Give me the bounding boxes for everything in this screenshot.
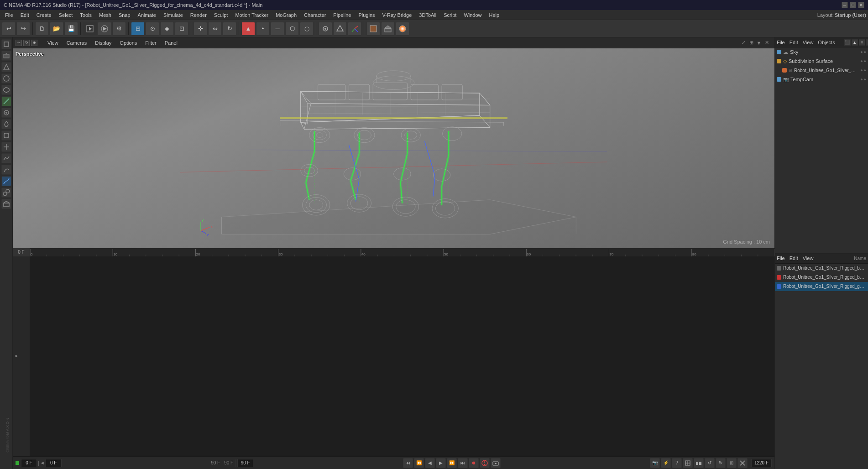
max-frame-input[interactable] (751, 459, 772, 467)
left-tool-5[interactable] (1, 85, 11, 95)
play-button[interactable]: ▶ (436, 458, 446, 468)
current-frame-input[interactable] (46, 459, 62, 467)
go-start-button[interactable]: ⏮ (403, 458, 413, 468)
obj-vis-eye-sky[interactable]: ● (860, 50, 863, 54)
left-tool-3[interactable] (1, 62, 11, 72)
snap-button[interactable] (319, 22, 332, 36)
obj-menu-file[interactable]: File (777, 40, 785, 45)
obj-vis-dot-robot[interactable]: ● (864, 68, 866, 73)
select-poly-button[interactable]: ◈ (160, 22, 174, 36)
vp-icon-zoom[interactable]: ⊕ (31, 40, 37, 46)
vp-close-icon[interactable]: ✕ (763, 40, 770, 46)
obj-icon-3[interactable]: ≡ (859, 39, 865, 46)
obj-bottom-menu-file[interactable]: File (777, 255, 785, 261)
left-tool-14[interactable] (1, 188, 11, 198)
prev-key-button[interactable]: ⏪ (414, 458, 424, 468)
loop-mode-button[interactable]: ↺ (705, 458, 715, 468)
menu-pipeline[interactable]: Pipeline (330, 11, 354, 19)
live-select-button[interactable]: ⊡ (175, 22, 188, 36)
menu-render[interactable]: Render (187, 11, 210, 19)
redo-button[interactable]: ↪ (16, 22, 30, 36)
snapshot-button[interactable]: 📷 (650, 458, 660, 468)
menu-animate[interactable]: Animate (135, 11, 159, 19)
texture-button[interactable] (366, 22, 380, 36)
minimize-button[interactable]: ─ (842, 2, 848, 8)
menu-tools[interactable]: Tools (77, 11, 95, 19)
obj-bottom-menu-edit[interactable]: Edit (790, 255, 798, 261)
color-button[interactable] (396, 22, 409, 36)
vp-settings-icon[interactable]: ▼ (756, 40, 762, 46)
left-tool-15[interactable] (1, 199, 11, 209)
close-button[interactable]: ✕ (858, 2, 864, 8)
vp-icon-rotate[interactable]: ↻ (23, 40, 30, 46)
coord-system-button[interactable] (348, 22, 361, 36)
obj-vis-eye-tempcam[interactable]: ● (860, 77, 863, 82)
play-mode-button[interactable] (694, 458, 704, 468)
new-button[interactable]: 🗋 (35, 22, 49, 36)
fx-button[interactable]: ⚡ (661, 458, 671, 468)
autokey-button[interactable] (480, 458, 490, 468)
vp-panel-icon[interactable]: ⊞ (748, 40, 754, 46)
maximize-button[interactable]: □ (850, 2, 856, 8)
menu-vray[interactable]: V-Ray Bridge (379, 11, 415, 19)
menu-select[interactable]: Select (56, 11, 76, 19)
3d-viewport[interactable]: Perspective (13, 48, 774, 248)
play-back-button[interactable]: ◀ (425, 458, 435, 468)
vp-menu-view[interactable]: View (46, 39, 60, 47)
vp-menu-cameras[interactable]: Cameras (65, 39, 89, 47)
obj-vis-eye-subdivision[interactable]: ● (860, 59, 863, 63)
obj-bottom-item-geometry[interactable]: Robot_Unitree_Go1_Silver_Rigged_geometry (775, 282, 868, 291)
model-mode-button[interactable]: ▲ (241, 22, 255, 36)
obj-bottom-item-helper[interactable]: Robot_Unitree_Go1_Silver_Rigged_bones_he… (775, 273, 868, 282)
menu-edit[interactable]: Edit (17, 11, 32, 19)
obj-item-subdivision[interactable]: ◇ Subdivision Surface ● ● (775, 57, 868, 66)
obj-vis-dot-subdivision[interactable]: ● (864, 59, 866, 63)
undo-button[interactable]: ↩ (2, 22, 16, 36)
end-frame-input[interactable] (237, 459, 253, 467)
scale-tool-button[interactable]: ⇔ (208, 22, 222, 36)
loop-mode2-button[interactable]: ↻ (716, 458, 726, 468)
menu-character[interactable]: Character (301, 11, 329, 19)
open-button[interactable]: 📂 (50, 22, 63, 36)
left-tool-8[interactable] (1, 119, 11, 129)
nurbs-mode-button[interactable]: ◌ (300, 22, 314, 36)
vp-menu-options[interactable]: Options (118, 39, 139, 47)
obj-menu-objects[interactable]: Objects (818, 40, 835, 45)
vp-menu-panel[interactable]: Panel (163, 39, 179, 47)
menu-3dtoall[interactable]: 3DToAll (416, 11, 439, 19)
render-settings-button[interactable]: ⚙ (112, 22, 126, 36)
left-tool-spline[interactable] (1, 176, 11, 186)
menu-snap[interactable]: Snap (115, 11, 134, 19)
move-tool-button[interactable]: ✛ (193, 22, 207, 36)
menu-simulate[interactable]: Simulate (160, 11, 186, 19)
play-forward-button[interactable]: ⏩ (447, 458, 457, 468)
menu-script[interactable]: Script (440, 11, 460, 19)
obj-icon-2[interactable]: ▲ (852, 39, 858, 46)
left-tool-6[interactable] (1, 96, 11, 106)
vp-resize-icon[interactable]: ⤢ (740, 40, 747, 46)
obj-vis-dot-sky[interactable]: ● (864, 50, 866, 54)
vp-icon-move[interactable]: ⊹ (16, 40, 22, 46)
question-button[interactable]: ? (672, 458, 682, 468)
poly-mode-button[interactable]: ⬡ (285, 22, 299, 36)
floor-button[interactable] (381, 22, 395, 36)
left-tool-12[interactable] (1, 165, 11, 175)
obj-vis-eye-robot[interactable]: ● (860, 68, 863, 73)
menu-mograph[interactable]: MoGraph (272, 11, 300, 19)
layout-value[interactable]: Startup (User) (835, 12, 866, 18)
record-button[interactable]: ⏺ (469, 458, 479, 468)
edge-mode-button[interactable]: ─ (271, 22, 284, 36)
select-rect-button[interactable]: ⊞ (131, 22, 145, 36)
point-mode-button[interactable]: • (256, 22, 270, 36)
render-button[interactable] (98, 22, 111, 36)
menu-help[interactable]: Help (486, 11, 503, 19)
motion-clip-button[interactable] (491, 458, 501, 468)
snap-settings-button[interactable] (333, 22, 347, 36)
menu-create[interactable]: Create (33, 11, 55, 19)
start-frame-input[interactable] (21, 459, 37, 467)
obj-vis-dot-tempcam[interactable]: ● (864, 77, 866, 82)
left-tool-10[interactable] (1, 142, 11, 152)
menu-motion-tracker[interactable]: Motion Tracker (232, 11, 272, 19)
left-tool-9[interactable] (1, 130, 11, 141)
next-key-button[interactable]: ⏭ (458, 458, 468, 468)
